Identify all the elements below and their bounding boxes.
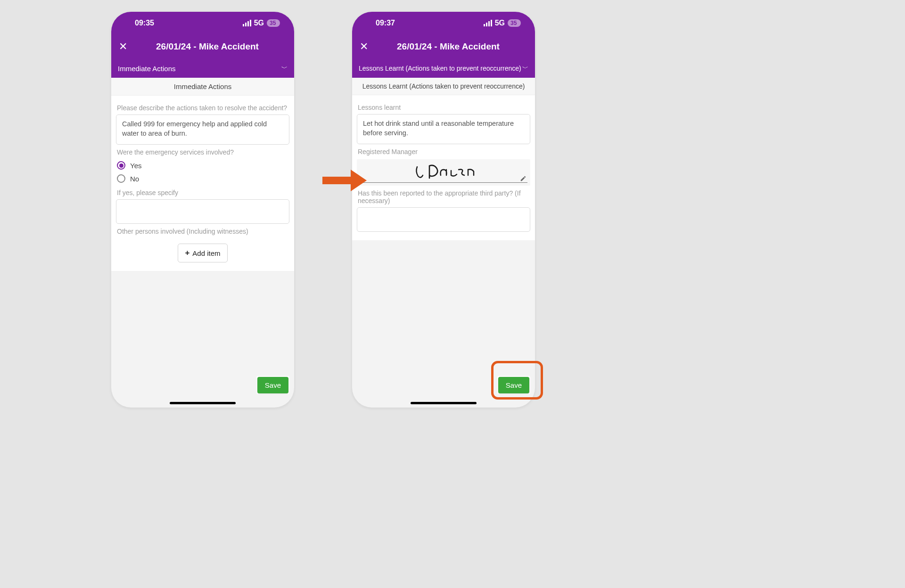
status-bar: 09:35 5G 35 — [111, 12, 294, 34]
save-button[interactable]: Save — [257, 377, 288, 393]
status-time: 09:35 — [135, 19, 154, 27]
form-body: Lessons learnt Let hot drink stand until… — [352, 95, 535, 240]
radio-no-label: No — [130, 175, 139, 183]
page-title: 26/01/24 - Mike Accident — [369, 41, 527, 52]
actions-label: Please describe the actions taken to res… — [116, 100, 289, 114]
status-right: 5G 35 — [243, 19, 280, 27]
svg-rect-0 — [322, 177, 352, 184]
specify-input[interactable] — [116, 199, 289, 224]
app-header: ✕ 26/01/24 - Mike Accident — [111, 34, 294, 59]
chevron-down-icon: ﹀ — [281, 64, 288, 73]
page-title: 26/01/24 - Mike Accident — [128, 41, 287, 52]
phone-screen-right: 09:37 5G 35 ✕ 26/01/24 - Mike Accident L… — [352, 12, 535, 408]
section-dropdown[interactable]: Lessons Learnt (Actions taken to prevent… — [352, 59, 535, 78]
manager-label: Registered Manager — [357, 144, 530, 158]
save-button-wrap: Save — [256, 376, 289, 394]
radio-icon — [117, 174, 125, 183]
emergency-label: Were the emergency services involved? — [116, 145, 289, 159]
signal-icon — [243, 20, 251, 26]
radio-yes-label: Yes — [130, 162, 141, 170]
section-title: Lessons Learnt (Actions taken to prevent… — [352, 78, 535, 95]
form-body: Please describe the actions taken to res… — [111, 96, 294, 271]
battery-icon: 35 — [267, 19, 280, 27]
radio-icon — [117, 161, 125, 170]
signature-line — [360, 182, 527, 183]
home-indicator — [411, 402, 477, 404]
arrow-annotation — [322, 170, 367, 191]
lessons-input[interactable]: Let hot drink stand until a reasonable t… — [357, 114, 530, 144]
dropdown-label: Immediate Actions — [118, 65, 176, 73]
actions-input[interactable]: Called 999 for emergency help and applie… — [116, 114, 289, 145]
section-title: Immediate Actions — [111, 78, 294, 96]
app-header: ✕ 26/01/24 - Mike Accident — [352, 34, 535, 59]
specify-label: If yes, please specify — [116, 185, 289, 199]
reported-label: Has this been reported to the appropriat… — [357, 186, 530, 207]
signature-image — [413, 161, 489, 182]
lessons-label: Lessons learnt — [357, 100, 530, 114]
save-button[interactable]: Save — [498, 377, 529, 393]
status-bar: 09:37 5G 35 — [352, 12, 535, 34]
others-label: Other persons involved (Including witnes… — [116, 224, 289, 238]
plus-icon: + — [185, 248, 189, 258]
section-dropdown[interactable]: Immediate Actions ﹀ — [111, 59, 294, 78]
chevron-down-icon: ﹀ — [522, 64, 528, 73]
network-label: 5G — [254, 19, 264, 27]
dropdown-label: Lessons Learnt (Actions taken to prevent… — [359, 65, 521, 72]
pencil-icon[interactable] — [520, 175, 527, 182]
signal-icon — [484, 20, 492, 26]
status-time: 09:37 — [376, 19, 395, 27]
home-indicator — [170, 402, 236, 404]
radio-no[interactable]: No — [116, 172, 289, 185]
status-right: 5G 35 — [484, 19, 521, 27]
battery-icon: 35 — [508, 19, 521, 27]
signature-field[interactable] — [357, 159, 530, 186]
close-icon[interactable]: ✕ — [119, 41, 129, 53]
svg-marker-1 — [351, 170, 367, 191]
add-item-label: Add item — [192, 249, 220, 257]
network-label: 5G — [495, 19, 505, 27]
radio-yes[interactable]: Yes — [116, 159, 289, 172]
reported-input[interactable] — [357, 207, 530, 232]
phone-screen-left: 09:35 5G 35 ✕ 26/01/24 - Mike Accident I… — [111, 12, 294, 408]
add-item-button[interactable]: + Add item — [178, 244, 227, 262]
close-icon[interactable]: ✕ — [360, 41, 370, 53]
save-button-wrap: Save — [497, 376, 530, 394]
